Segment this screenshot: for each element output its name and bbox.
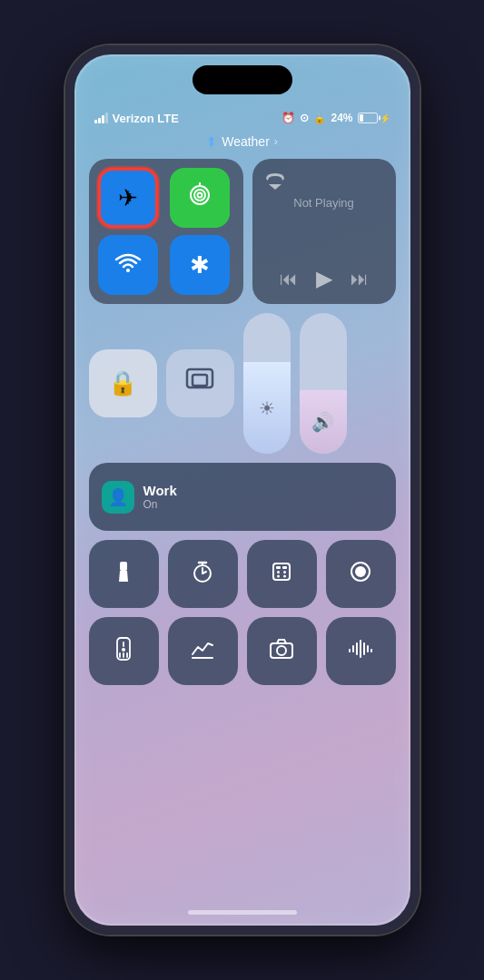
svg-rect-15 [276,566,281,569]
timer-icon [191,560,214,589]
work-text: Work On [143,483,177,511]
camera-button[interactable] [247,617,317,685]
status-bar: Verizon LTE ⏰ ⊙ 🔒 24% ⚡ [74,104,410,132]
battery-container: ⚡ [358,113,390,123]
screen-record-button[interactable] [326,540,396,608]
not-playing-label: Not Playing [265,196,383,266]
svg-point-25 [122,648,125,652]
svg-point-4 [126,269,130,272]
volume-icon: 🔊 [311,411,334,433]
battery-percent: 24% [331,112,352,124]
battery-fill [360,114,363,122]
svg-point-17 [277,571,280,573]
row-connectivity-media: ✈ [89,159,396,304]
wifi-button[interactable] [98,235,158,295]
focus-icon: 👤 [108,487,128,507]
screen-record-icon [349,560,372,589]
location-arrow-icon: ⬆ [206,134,217,149]
work-icon: 👤 [102,481,134,514]
calculator-icon [271,561,292,588]
calculator-button[interactable] [247,540,317,608]
svg-rect-32 [349,649,351,652]
rotation-lock-button[interactable]: 🔒 [89,349,157,417]
connectivity-panel: ✈ [89,159,243,304]
svg-rect-38 [370,649,372,652]
timer-button[interactable] [168,540,238,608]
work-row: 👤 Work On [89,463,396,531]
dynamic-island [193,65,292,94]
status-left: Verizon LTE [94,112,179,125]
flashlight-icon [112,560,135,589]
airplay-icon[interactable] [265,172,285,196]
carrier-label: Verizon LTE [113,112,179,125]
svg-point-31 [277,646,286,655]
media-top [265,172,383,196]
rotation-lock-icon: 🔒 [108,369,137,397]
lock-icon: 🔒 [313,113,326,124]
brightness-slider[interactable]: ☀ [243,313,291,454]
svg-point-2 [197,193,202,198]
weather-chevron-icon: › [274,135,278,148]
svg-rect-7 [120,562,127,571]
voice-memos-button[interactable] [326,617,396,685]
media-player-panel: Not Playing ⏮ ▶ ⏭ [252,159,396,304]
voice-memos-icon [348,638,373,665]
remote-button[interactable] [89,617,159,685]
volume-fill: 🔊 [300,390,347,454]
wifi-icon [114,250,142,280]
screen-mirror-icon [185,368,214,399]
signal-bars [94,113,108,123]
svg-rect-36 [363,642,365,655]
remote-icon [114,637,133,666]
svg-rect-35 [360,640,361,658]
svg-point-20 [283,574,286,577]
rewind-button[interactable]: ⏮ [280,269,298,289]
cellular-icon [187,182,212,213]
bluetooth-button[interactable]: ✱ [170,235,230,295]
row-actions-sliders: 🔒 ☀ [89,313,396,454]
volume-slider[interactable]: 🔊 [300,313,347,454]
svg-point-19 [277,574,280,577]
weather-label: Weather [222,134,270,149]
work-mode-button[interactable]: 👤 Work On [89,463,396,531]
bluetooth-icon: ✱ [190,251,210,279]
stocks-icon [191,638,214,665]
signal-bar-3 [102,115,104,123]
svg-rect-6 [193,375,207,386]
airplane-mode-button[interactable]: ✈ [98,168,158,228]
screen-mirror-button[interactable] [166,349,234,417]
control-center: ✈ [89,159,396,853]
svg-point-22 [356,567,365,576]
signal-bar-4 [105,113,108,123]
signal-bar-1 [94,120,97,123]
weather-notification[interactable]: ⬆ Weather › [206,134,278,149]
svg-marker-8 [119,571,128,582]
stocks-button[interactable] [168,617,238,685]
airplane-icon: ✈ [118,184,138,212]
svg-point-18 [283,571,286,573]
grid-row-2 [89,617,396,685]
svg-rect-37 [367,645,369,652]
charging-icon: ⚡ [380,113,390,123]
svg-rect-34 [356,642,358,655]
signal-bar-2 [98,118,101,123]
cellular-button[interactable] [170,168,230,228]
home-indicator[interactable] [188,910,297,915]
work-subtitle: On [143,498,177,511]
svg-rect-16 [282,566,287,569]
svg-point-1 [194,190,205,201]
phone-frame: Verizon LTE ⏰ ⊙ 🔒 24% ⚡ ⬆ Weather › [65,45,420,935]
work-title: Work [143,483,177,498]
brightness-icon: ☀ [259,397,275,419]
fast-forward-button[interactable]: ⏭ [351,269,369,289]
alarm-icon: ⏰ [282,112,295,124]
sliders-container: ☀ 🔊 [243,313,396,454]
media-controls: ⏮ ▶ ⏭ [265,266,383,291]
battery-icon [358,113,378,123]
svg-rect-14 [273,564,290,580]
flashlight-button[interactable] [89,540,159,608]
svg-rect-33 [352,645,354,652]
camera-icon [269,638,294,665]
location-icon: ⊙ [300,112,309,124]
play-button[interactable]: ▶ [316,266,332,291]
